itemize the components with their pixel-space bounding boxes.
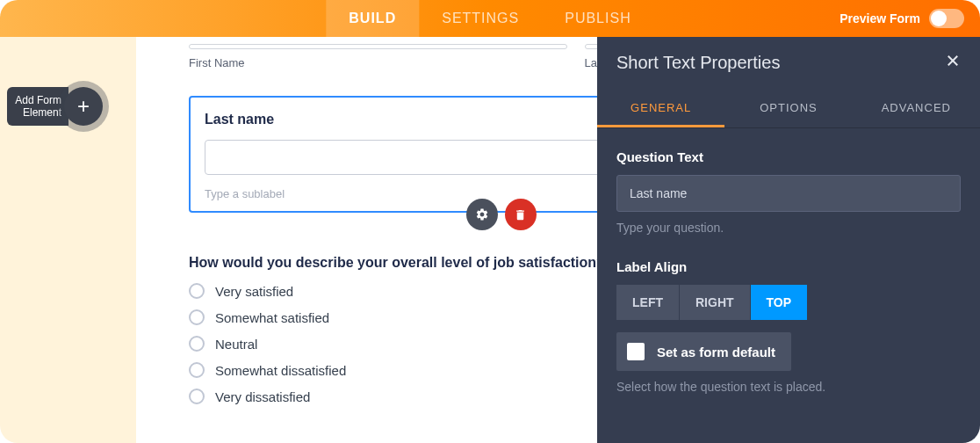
panel-tab-options[interactable]: OPTIONS <box>724 89 852 127</box>
set-default-row[interactable]: Set as form default <box>616 332 791 371</box>
radio-icon <box>189 362 205 378</box>
preview-form-label: Preview Form <box>839 11 920 25</box>
close-icon <box>945 53 961 69</box>
preview-form-section: Preview Form <box>839 9 964 28</box>
default-label: Set as form default <box>657 345 775 359</box>
align-top-button[interactable]: TOP <box>751 285 808 320</box>
radio-label: Very satisfied <box>215 284 293 299</box>
label-align-group: LEFT RIGHT TOP <box>616 285 961 320</box>
question-text-helper: Type your question. <box>616 221 961 235</box>
question-text-label: Question Text <box>616 149 961 164</box>
top-tabs: BUILD SETTINGS PUBLISH <box>326 0 653 37</box>
properties-panel: Short Text Properties GENERAL OPTIONS AD… <box>597 37 980 443</box>
radio-label: Neutral <box>215 337 257 352</box>
label-align-helper: Select how the question text is placed. <box>616 380 961 394</box>
first-name-sublabel: First Name <box>189 56 567 69</box>
add-circle: + <box>58 81 109 132</box>
radio-icon <box>189 283 205 299</box>
top-bar: BUILD SETTINGS PUBLISH Preview Form <box>0 0 980 37</box>
panel-close-button[interactable] <box>945 53 961 73</box>
tab-settings[interactable]: SETTINGS <box>419 0 542 37</box>
tab-publish[interactable]: PUBLISH <box>542 0 653 37</box>
radio-icon <box>189 309 205 325</box>
align-left-button[interactable]: LEFT <box>616 285 679 320</box>
left-gutter: Add Form Element + <box>0 37 136 443</box>
radio-label: Very dissatisfied <box>215 389 310 404</box>
align-right-button[interactable]: RIGHT <box>680 285 750 320</box>
plus-icon: + <box>64 87 103 126</box>
add-form-element-button[interactable]: Add Form Element + <box>7 81 109 132</box>
preview-toggle[interactable] <box>929 9 964 28</box>
radio-icon <box>189 336 205 352</box>
radio-label: Somewhat satisfied <box>215 310 329 325</box>
radio-icon <box>189 389 205 404</box>
trash-icon <box>514 208 527 222</box>
question-text-input[interactable]: Last name <box>616 175 961 212</box>
panel-tab-advanced[interactable]: ADVANCED <box>853 89 980 127</box>
sublabel-placeholder[interactable]: Type a sublabel <box>205 187 285 200</box>
radio-label: Somewhat dissatisfied <box>215 363 346 378</box>
panel-tab-general[interactable]: GENERAL <box>597 89 724 127</box>
gear-icon <box>475 207 489 222</box>
first-name-input[interactable] <box>189 44 567 49</box>
field-delete-button[interactable] <box>505 199 537 230</box>
default-checkbox[interactable] <box>627 343 645 360</box>
panel-title: Short Text Properties <box>616 53 780 73</box>
label-align-label: Label Align <box>616 259 961 274</box>
field-settings-button[interactable] <box>466 199 498 230</box>
tab-build[interactable]: BUILD <box>326 0 419 37</box>
